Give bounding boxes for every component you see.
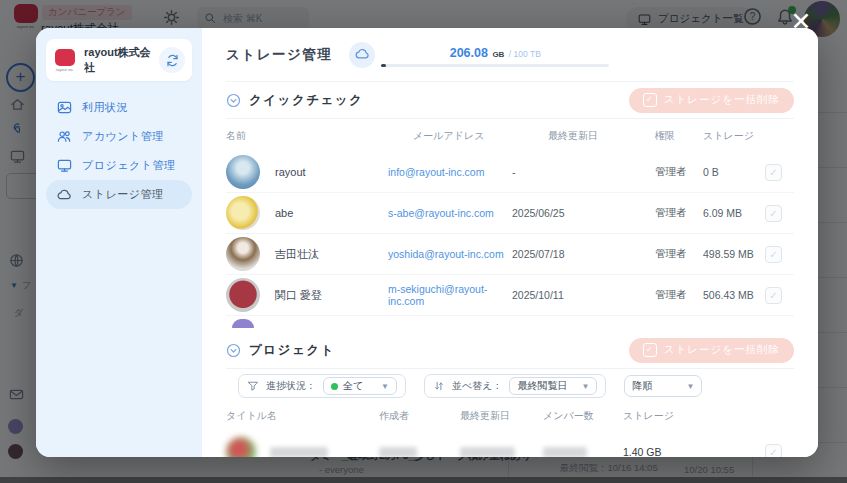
chevron-down-icon: ▼	[381, 382, 389, 391]
sort-filter-label: 並べ替え：	[452, 379, 502, 393]
email-link[interactable]: info@rayout-inc.com	[388, 166, 512, 178]
updated-date: 2025/07/18	[512, 248, 655, 260]
nav-label: アカウント管理	[82, 129, 164, 144]
status-value: 全て	[343, 379, 363, 393]
sync-button[interactable]	[159, 47, 185, 73]
storage-usage: 206.08 GB / 100 TB	[381, 43, 609, 67]
chevron-down-icon: ▼	[687, 382, 695, 391]
status-filter-label: 進捗状況：	[266, 379, 316, 393]
storage-management-modal: rayout inc. rayout株式会社 利用状況 アカウント管理 プロジェ…	[36, 28, 818, 457]
row-checkbox[interactable]	[765, 246, 782, 263]
project-row: 1.40 GB	[226, 431, 794, 457]
chevron-down-circle-icon[interactable]	[226, 93, 241, 108]
storage-size: 506.43 MB	[703, 289, 765, 301]
status-dot	[331, 383, 338, 390]
bulk-delete-button[interactable]: ストレージを一括削除	[629, 88, 794, 113]
role: 管理者	[655, 165, 703, 179]
modal-sidebar: rayout inc. rayout株式会社 利用状況 アカウント管理 プロジェ…	[36, 28, 202, 457]
bulk-delete-label: ストレージを一括削除	[664, 93, 780, 107]
table-row: abe s-abe@rayout-inc.com 2025/06/25 管理者 …	[226, 193, 794, 234]
member-name: rayout	[275, 166, 306, 178]
project-title-blurred	[270, 447, 328, 458]
cloud-icon	[349, 42, 375, 68]
storage-progress-bar	[381, 64, 609, 67]
col-storage: ストレージ	[703, 129, 765, 143]
project-avatar-blurred	[226, 437, 256, 457]
storage-header: ストレージ管理 206.08 GB / 100 TB	[226, 28, 794, 82]
creator-blurred	[379, 447, 417, 458]
member-name: 関口 愛登	[275, 288, 322, 303]
col-email: メールアドレス	[388, 129, 512, 143]
nav-label: ストレージ管理	[82, 187, 164, 202]
project-column-headers: タイトル名 作成者 最終更新日 メンバー数 ストレージ	[226, 401, 794, 431]
email-link[interactable]: s-abe@rayout-inc.com	[388, 207, 512, 219]
cloud-icon	[57, 187, 72, 202]
storage-progress-fill	[381, 64, 386, 67]
updated-blurred	[460, 447, 515, 458]
chevron-down-circle-icon[interactable]	[226, 343, 241, 358]
row-checkbox[interactable]	[765, 164, 782, 181]
storage-used-unit: GB	[492, 50, 504, 59]
sort-filter-group: 並べ替え： 最終閲覧日 ▼	[424, 374, 606, 398]
updated-date: -	[512, 166, 655, 178]
updated-date: 2025/10/11	[512, 289, 655, 301]
next-row-avatar-peek	[232, 319, 254, 328]
checkbox-icon	[643, 93, 657, 107]
checkbox-icon	[643, 343, 657, 357]
funnel-icon	[247, 380, 259, 392]
company-name: rayout株式会社	[84, 45, 152, 75]
nav-label: プロジェクト管理	[82, 158, 176, 173]
nav-label: 利用状況	[82, 100, 128, 115]
storage-size: 6.09 MB	[703, 207, 765, 219]
bulk-delete-label: ストレージを一括削除	[664, 343, 780, 357]
order-value: 降順	[632, 379, 652, 393]
sort-value: 最終閲覧日	[517, 379, 567, 393]
nav-item-storage[interactable]: ストレージ管理	[46, 180, 192, 209]
role: 管理者	[655, 288, 703, 302]
col-updated: 最終更新日	[512, 129, 655, 143]
close-icon[interactable]: ✕	[785, 4, 817, 38]
storage-size: 498.59 MB	[703, 248, 765, 260]
monitor-icon	[57, 158, 72, 173]
chevron-down-icon: ▼	[582, 382, 590, 391]
quick-check-header: クイックチェック ストレージを一括削除	[226, 82, 794, 119]
status-select[interactable]: 全て ▼	[323, 377, 397, 395]
storage-size: 0 B	[703, 166, 765, 178]
bulk-delete-button[interactable]: ストレージを一括削除	[629, 338, 794, 363]
nav-item-projects[interactable]: プロジェクト管理	[46, 151, 192, 180]
sort-icon	[433, 380, 445, 392]
section-title: プロジェクト	[249, 342, 335, 359]
col-role: 権限	[655, 129, 703, 143]
status-filter-group: 進捗状況： 全て ▼	[238, 374, 406, 398]
col-title: タイトル名	[226, 409, 379, 423]
company-logo: rayout inc.	[53, 49, 77, 72]
quick-check-column-headers: 名前 メールアドレス 最終更新日 権限 ストレージ	[226, 119, 794, 152]
updated-date: 2025/06/25	[512, 207, 655, 219]
table-row: 吉田壮汰 yoshida@rayout-inc.com 2025/07/18 管…	[226, 234, 794, 275]
page-title: ストレージ管理	[226, 46, 332, 64]
company-selector[interactable]: rayout inc. rayout株式会社	[46, 39, 192, 81]
nav-item-accounts[interactable]: アカウント管理	[46, 122, 192, 151]
role: 管理者	[655, 206, 703, 220]
order-select[interactable]: 降順 ▼	[624, 375, 702, 397]
col-storage: ストレージ	[623, 409, 765, 423]
email-link[interactable]: yoshida@rayout-inc.com	[388, 248, 512, 260]
row-checkbox[interactable]	[765, 205, 782, 222]
role: 管理者	[655, 247, 703, 261]
member-name: abe	[275, 207, 293, 219]
col-name: 名前	[226, 129, 388, 143]
users-icon	[57, 129, 72, 144]
storage-quota: / 100 TB	[509, 49, 541, 59]
email-link[interactable]: m-sekiguchi@rayout-inc.com	[388, 283, 512, 307]
modal-main: ストレージ管理 206.08 GB / 100 TB クイックチェック	[202, 28, 818, 457]
logo-mark	[55, 49, 75, 66]
avatar	[226, 278, 260, 312]
member-name: 吉田壮汰	[275, 247, 319, 262]
row-checkbox[interactable]	[765, 444, 782, 458]
modal-nav: 利用状況 アカウント管理 プロジェクト管理 ストレージ管理	[46, 93, 192, 209]
sort-select[interactable]: 最終閲覧日 ▼	[509, 377, 597, 395]
nav-item-usage[interactable]: 利用状況	[46, 93, 192, 122]
storage-size: 1.40 GB	[623, 446, 765, 457]
row-checkbox[interactable]	[765, 287, 782, 304]
col-creator: 作成者	[379, 409, 460, 423]
